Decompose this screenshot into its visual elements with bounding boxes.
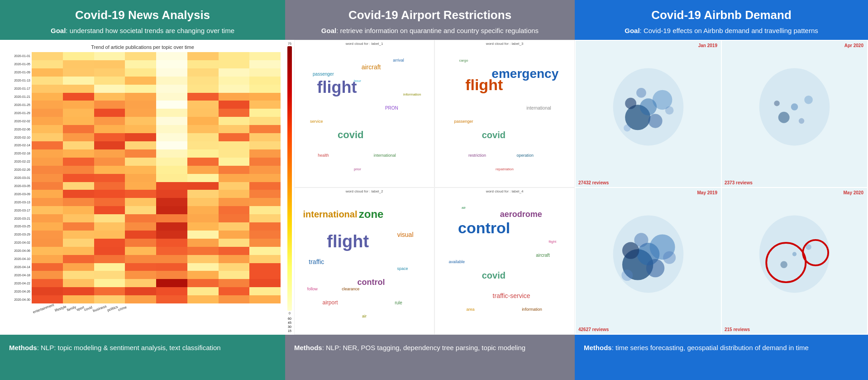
svg-point-26 (792, 252, 796, 256)
heatmap-cell (156, 52, 187, 60)
heatmap-cell (32, 279, 63, 287)
heatmap-cell (219, 214, 250, 222)
svg-point-27 (806, 244, 811, 250)
map-may-2020: May 2020 215 reviews (722, 188, 867, 334)
heatmap-cell (156, 117, 187, 125)
wc2-word-airport: airport (322, 299, 338, 306)
heatmap-cell (187, 214, 219, 222)
heatmap-cell (249, 295, 281, 303)
heatmap-cell (156, 271, 187, 279)
heatmap-row: 2020-01-17 (32, 85, 281, 93)
heatmap-cell (219, 206, 250, 214)
heatmap-cell (94, 149, 125, 158)
heatmap-cell (156, 158, 187, 166)
heatmap-cell (156, 166, 187, 174)
heatmap-row-label: 2020-03-21 (1, 217, 32, 220)
wc1-word-aircraft: aircraft (362, 63, 381, 71)
heatmap-cell (125, 239, 156, 247)
airport-footer: Methods: NLP: NER, POS tagging, dependen… (285, 335, 575, 380)
heatmap-cell (187, 158, 219, 166)
svg-point-13 (774, 101, 779, 106)
wc4-word-information: information (522, 307, 542, 312)
news-footer: Methods: NLP: topic modeling & sentiment… (0, 335, 285, 380)
wc3-word-cargo: cargo (459, 58, 468, 62)
heatmap-cell (94, 222, 125, 231)
airport-goal: Goal: retrieve information on quarantine… (294, 26, 566, 35)
heatmap-cell (125, 174, 156, 182)
heatmap-cell (219, 239, 250, 247)
heatmap-cell (32, 182, 63, 190)
heatmap-cell (125, 60, 156, 68)
wc3-label: word cloud for : label_3 (436, 42, 573, 46)
heatmap-cell (63, 125, 94, 133)
heatmap-cell (63, 166, 94, 174)
heatmap-row: 2020-02-06 (32, 125, 281, 133)
airport-goal-label: Goal (321, 27, 336, 34)
heatmap-cell (187, 263, 219, 271)
heatmap-row-label: 2020-04-02 (1, 241, 32, 244)
heatmap-cell (63, 287, 94, 295)
wc3-word-passenger: passenger (454, 119, 473, 124)
heatmap-cell (63, 52, 94, 60)
heatmap-cell (32, 117, 63, 125)
heatmap-cell (63, 263, 94, 271)
heatmap-cell (187, 125, 219, 133)
heatmap-cell (249, 214, 281, 222)
airbnb-goal-text: : Covid-19 effects on Airbnb demand and … (640, 27, 818, 34)
heatmap-cell (249, 198, 281, 206)
heatmap-cell (219, 231, 250, 239)
heatmap-cell (249, 149, 281, 158)
news-goal-label: Goal (51, 27, 66, 34)
airbnb-goal: Goal: Covid-19 effects on Airbnb demand … (584, 26, 859, 35)
heatmap-cell (249, 263, 281, 271)
heatmap-cell (156, 68, 187, 77)
wc4-word-traffic: traffic-service (493, 292, 530, 299)
heatmap-cell (187, 52, 219, 60)
heatmap-cell (187, 247, 219, 255)
heatmap-cell (125, 263, 156, 271)
heatmap-cell (32, 231, 63, 239)
heatmap-cell (63, 182, 94, 190)
heatmap-cell (94, 255, 125, 263)
news-goal: Goal: understand how societal trends are… (9, 26, 276, 35)
heatmap-cell (187, 101, 219, 109)
heatmap-cell (156, 231, 187, 239)
wc4-word-control: control (458, 219, 510, 237)
heatmap-row: 2020-04-18 (32, 271, 281, 279)
heatmap-cell (219, 247, 250, 255)
heatmap-cell (32, 77, 63, 85)
wc2-word-flight: flight (327, 232, 369, 251)
heatmap-xlabel: crime (118, 305, 127, 312)
apr2020-label: Apr 2020 (844, 43, 863, 48)
heatmap-cell (32, 141, 63, 149)
heatmap-cell (94, 101, 125, 109)
heatmap-cell (249, 101, 281, 109)
map-jan2019-svg (576, 41, 721, 187)
heatmap-row-label: 2020-03-01 (1, 176, 32, 179)
heatmap-cell (125, 117, 156, 125)
heatmap-cell (156, 255, 187, 263)
heatmap-cell (249, 279, 281, 287)
heatmap-cell (156, 182, 187, 190)
heatmap-cell (32, 174, 63, 182)
heatmap-cell (187, 85, 219, 93)
heatmap-row: 2020-03-25 (32, 222, 281, 231)
wc1-word-pron: PRON (385, 105, 398, 110)
wc2-word-international: international (303, 209, 357, 220)
heatmap-row-label: 2020-04-22 (1, 282, 32, 285)
heatmap-row: 2020-02-26 (32, 166, 281, 174)
heatmap-cell (63, 93, 94, 101)
heatmap-cell (63, 247, 94, 255)
heatmap-cell (219, 141, 250, 149)
heatmap-cell (219, 190, 250, 198)
heatmap-cell (94, 68, 125, 77)
heatmap-cell (32, 190, 63, 198)
heatmap-cell (187, 239, 219, 247)
news-methods: Methods: NLP: topic modeling & sentiment… (9, 343, 276, 353)
heatmap-row: 2020-03-09 (32, 190, 281, 198)
heatmap-cell (63, 255, 94, 263)
airport-chart-area: 75 0 60 45 30 15 word cloud for : label_… (285, 40, 575, 335)
heatmap-cell (94, 287, 125, 295)
heatmap-row-label: 2020-01-05 (1, 63, 32, 66)
heatmap-cell (63, 190, 94, 198)
